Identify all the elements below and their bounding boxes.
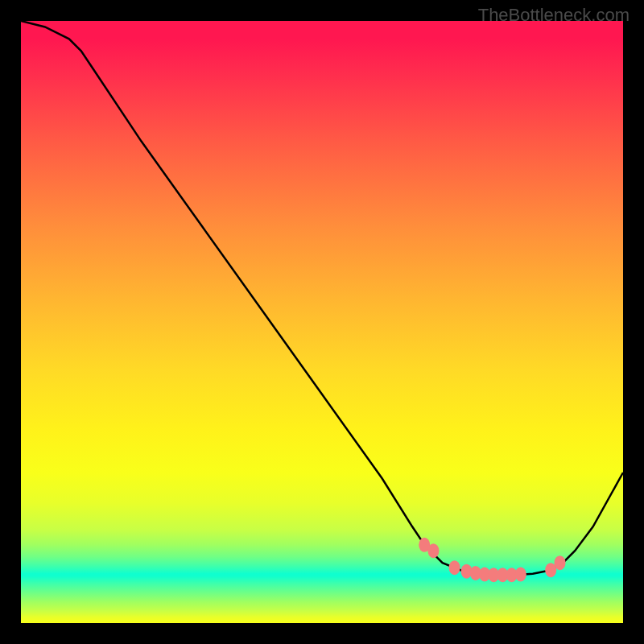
bottleneck-marker	[555, 555, 566, 570]
bottleneck-marker	[449, 560, 460, 575]
bottleneck-marker	[515, 567, 526, 581]
bottleneck-marker	[427, 543, 439, 558]
plot-area	[21, 21, 623, 623]
chart-svg	[21, 21, 623, 623]
bottleneck-curve	[21, 21, 623, 575]
watermark-text: TheBottleneck.com	[478, 5, 630, 26]
